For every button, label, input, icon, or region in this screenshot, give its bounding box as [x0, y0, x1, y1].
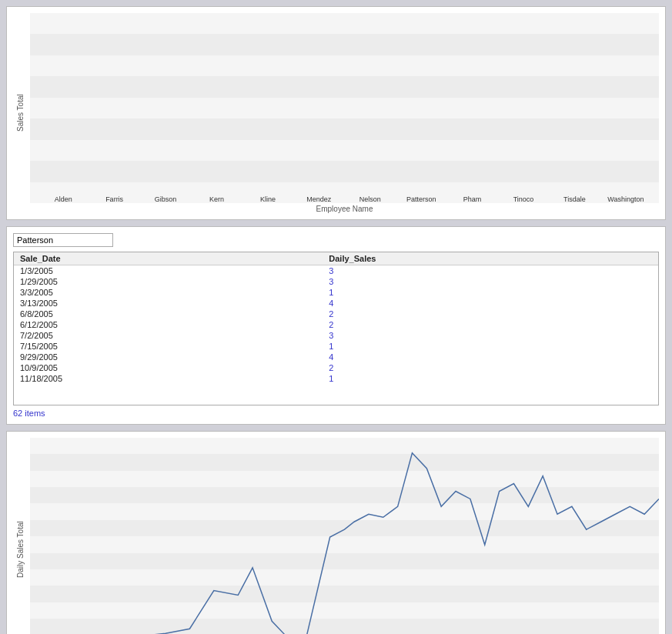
bar-label: Washington	[607, 195, 644, 203]
line-chart-area: 130120110100908070605040302010 1/3/20056…	[30, 438, 659, 634]
bar-label: Nelson	[359, 195, 381, 203]
bar-label: Gibson	[155, 195, 177, 203]
table-cell-date: 3/3/2005	[14, 287, 323, 298]
table-cell-sales: 2	[323, 309, 658, 319]
bar-group: Alden	[38, 194, 89, 203]
table-cell-sales: 3	[323, 330, 658, 341]
table-cell-sales: 2	[323, 362, 658, 373]
bar-group: Nelson	[345, 194, 396, 203]
bar-chart-panel: Sales Total 1,800,0001,600,0001,400,0001…	[6, 6, 666, 220]
table-cell-sales: 3	[323, 265, 658, 277]
bar-label: Kern	[209, 195, 224, 203]
bar-group: Pham	[446, 194, 497, 203]
table-panel: Sale_Date Daily_Sales 1/3/200531/29/2005…	[6, 226, 666, 425]
table-row: 3/13/20054	[14, 298, 658, 309]
col-sale-date: Sale_Date	[14, 252, 323, 265]
table-row: 1/29/20053	[14, 276, 658, 287]
table-cell-sales: 2	[323, 319, 658, 330]
line-svg	[30, 438, 659, 634]
table-row: 10/9/20052	[14, 362, 658, 373]
col-daily-sales: Daily_Sales	[323, 252, 658, 265]
bar-group: Farris	[89, 194, 139, 203]
bar-label: Alden	[55, 195, 72, 203]
bar-group: Kline	[242, 194, 293, 203]
table-cell-date: 9/29/2005	[14, 352, 323, 362]
table-row: 9/29/20054	[14, 352, 658, 362]
line-y-axis-label: Daily Sales Total	[13, 438, 27, 634]
bar-group: Mendez	[293, 194, 344, 203]
bar-group: Washington	[600, 194, 651, 203]
item-count: 62 items	[13, 409, 659, 418]
table-cell-sales: 4	[323, 298, 658, 309]
table-cell-date: 6/8/2005	[14, 309, 323, 319]
table-cell-sales: 1	[323, 341, 658, 352]
bar-label: Mendez	[306, 195, 331, 203]
line-path	[30, 453, 659, 634]
bar-y-axis-label: Sales Total	[13, 13, 27, 213]
line-chart-inner: 130120110100908070605040302010	[30, 438, 659, 634]
bar-chart-area: 1,800,0001,600,0001,400,0001,200,0001,00…	[30, 13, 659, 213]
data-table: Sale_Date Daily_Sales 1/3/200531/29/2005…	[14, 252, 658, 384]
data-table-wrapper[interactable]: Sale_Date Daily_Sales 1/3/200531/29/2005…	[13, 252, 659, 405]
table-row: 6/12/20052	[14, 319, 658, 330]
bar-group: Kern	[191, 194, 242, 203]
filter-input[interactable]	[13, 233, 113, 247]
table-row: 7/15/20051	[14, 341, 658, 352]
line-chart-container: Daily Sales Total 1301201101009080706050…	[13, 438, 659, 634]
table-cell-date: 10/9/2005	[14, 362, 323, 373]
bar-label: Pham	[463, 195, 482, 203]
bar-label: Tinoco	[513, 195, 534, 203]
table-cell-sales: 3	[323, 276, 658, 287]
table-cell-date: 7/15/2005	[14, 341, 323, 352]
table-row: 11/18/20051	[14, 373, 658, 384]
bar-x-axis-label: Employee Name	[30, 205, 659, 213]
table-cell-sales: 1	[323, 287, 658, 298]
bars-row: AldenFarrisGibsonKernKlineMendezNelsonPa…	[30, 13, 659, 203]
table-row: 3/3/20051	[14, 287, 658, 298]
table-cell-date: 3/13/2005	[14, 298, 323, 309]
table-cell-date: 11/18/2005	[14, 373, 323, 384]
table-body: 1/3/200531/29/200533/3/200513/13/200546/…	[14, 265, 658, 385]
bar-chart-container: Sales Total 1,800,0001,600,0001,400,0001…	[13, 13, 659, 213]
table-row: 1/3/20053	[14, 265, 658, 277]
table-row: 6/8/20052	[14, 309, 658, 319]
table-cell-date: 7/2/2005	[14, 330, 323, 341]
bar-label: Tisdale	[563, 195, 586, 203]
bar-label: Farris	[105, 195, 123, 203]
bar-label: Patterson	[406, 195, 436, 203]
table-cell-date: 1/3/2005	[14, 265, 323, 277]
table-cell-date: 1/29/2005	[14, 276, 323, 287]
table-cell-sales: 4	[323, 352, 658, 362]
table-cell-date: 6/12/2005	[14, 319, 323, 330]
bar-label: Kline	[260, 195, 276, 203]
line-chart-panel: Daily Sales Total 1301201101009080706050…	[6, 431, 666, 634]
bar-group: Tisdale	[549, 194, 600, 203]
bar-chart-inner: 1,800,0001,600,0001,400,0001,200,0001,00…	[30, 13, 659, 203]
bar-group: Gibson	[140, 194, 191, 203]
bar-group: Patterson	[396, 194, 446, 203]
table-row: 7/2/20053	[14, 330, 658, 341]
table-cell-sales: 1	[323, 373, 658, 384]
bar-group: Tinoco	[498, 194, 549, 203]
